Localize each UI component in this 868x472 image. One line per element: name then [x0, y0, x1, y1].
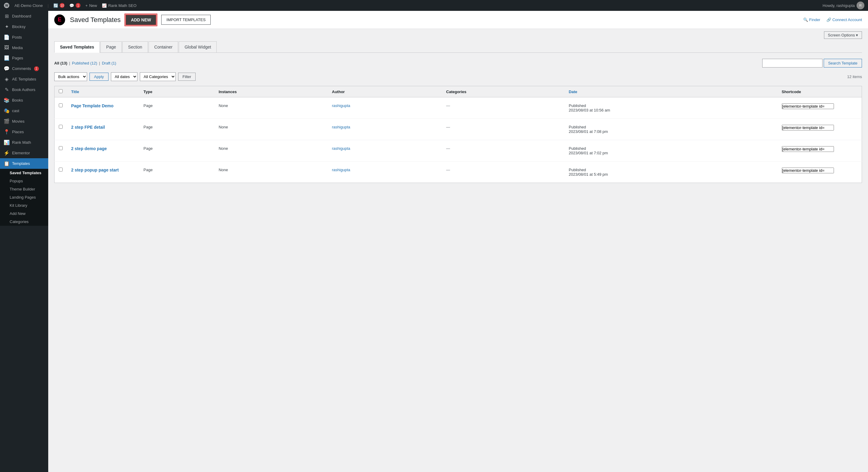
sidebar-item-elementor[interactable]: ⚡ Elementor — [0, 148, 48, 158]
search-template-button[interactable]: Search Template — [824, 59, 862, 67]
screen-options-bar: Screen Options ▾ — [48, 29, 868, 41]
shortcode-input[interactable] — [782, 146, 834, 152]
row-author-cell: rashigupta — [328, 162, 442, 183]
tab-container[interactable]: Container — [149, 41, 179, 53]
row-checkbox[interactable] — [59, 167, 63, 171]
date-status: Published — [569, 125, 773, 129]
sidebar-item-media[interactable]: 🖼 Media — [0, 42, 48, 53]
row-instances-cell: None — [214, 97, 328, 119]
row-checkbox[interactable] — [59, 146, 63, 150]
row-checkbox-cell — [55, 97, 67, 119]
dashboard-icon: ⊞ — [4, 13, 10, 19]
row-checkbox[interactable] — [59, 125, 63, 129]
updates-link[interactable]: 🔄 10 — [53, 3, 64, 8]
submenu-landing-pages[interactable]: Landing Pages — [0, 193, 48, 201]
header-right: 🔍 Finder 🔗 Connect Account — [803, 18, 862, 22]
template-title-link[interactable]: Page Template Demo — [71, 103, 114, 108]
row-title-cell: 2 step demo page — [67, 140, 139, 162]
sidebar-item-label: Books — [12, 98, 23, 102]
template-title-link[interactable]: 2 step popup page start — [71, 167, 119, 172]
th-checkbox — [55, 86, 67, 97]
row-checkbox-cell — [55, 140, 67, 162]
row-instances-cell: None — [214, 162, 328, 183]
tab-saved-templates[interactable]: Saved Templates — [54, 41, 100, 53]
top-header: E Saved Templates ADD NEW IMPORT TEMPLAT… — [48, 11, 868, 29]
tab-section[interactable]: Section — [122, 41, 148, 53]
new-link[interactable]: + New — [85, 3, 97, 8]
sidebar-item-book-authors[interactable]: ✎ Book Authors — [0, 84, 48, 95]
row-shortcode-cell — [778, 97, 862, 119]
row-checkbox[interactable] — [59, 103, 63, 107]
table-row: 2 step demo page Page None rashigupta — … — [55, 140, 862, 162]
sidebar-item-movies[interactable]: 🎬 Movies — [0, 116, 48, 127]
author-link[interactable]: rashigupta — [332, 125, 350, 129]
all-categories-select[interactable]: All Categories — [140, 72, 176, 81]
row-categories-cell: — — [442, 140, 564, 162]
screen-options-button[interactable]: Screen Options ▾ — [824, 31, 862, 39]
title-sort-link[interactable]: Title — [71, 90, 79, 94]
sidebar-item-rank-math[interactable]: 📊 Rank Math — [0, 137, 48, 148]
sidebar-item-posts[interactable]: 📄 Posts — [0, 32, 48, 42]
tab-global-widget[interactable]: Global Widget — [179, 41, 217, 53]
sidebar-item-comments[interactable]: 💬 Comments 1 — [0, 63, 48, 74]
search-template-input[interactable] — [762, 59, 823, 67]
comments-count: 1 — [76, 3, 81, 8]
template-title-link[interactable]: 2 step FPE detail — [71, 125, 105, 130]
sidebar-item-places[interactable]: 📍 Places — [0, 127, 48, 137]
author-link[interactable]: rashigupta — [332, 103, 350, 108]
main-content: E Saved Templates ADD NEW IMPORT TEMPLAT… — [48, 11, 868, 472]
status-published-link[interactable]: Published (12) — [72, 61, 97, 65]
all-dates-select[interactable]: All dates — [111, 72, 137, 81]
seo-link[interactable]: 📈 Rank Math SEO — [102, 3, 136, 8]
author-link[interactable]: rashigupta — [332, 167, 350, 172]
bulk-actions-select[interactable]: Bulk actions Delete — [54, 72, 87, 81]
submenu-popups[interactable]: Popups — [0, 177, 48, 185]
shortcode-input[interactable] — [782, 125, 834, 130]
sidebar-item-blocksy[interactable]: ✦ Blocksy — [0, 22, 48, 32]
sidebar-item-books[interactable]: 📚 Books — [0, 95, 48, 105]
select-all-checkbox[interactable] — [59, 89, 63, 93]
shortcode-input[interactable] — [782, 103, 834, 109]
templates-icon: 📋 — [4, 161, 10, 166]
sidebar-item-label: Dashboard — [12, 14, 31, 19]
avatar: R — [857, 1, 864, 9]
add-new-button[interactable]: ADD NEW — [125, 14, 156, 25]
author-link[interactable]: rashigupta — [332, 146, 350, 151]
submenu-categories[interactable]: Categories — [0, 218, 48, 226]
site-name-link[interactable]: AE-Demo Clone — [14, 3, 43, 8]
submenu-add-new[interactable]: Add New — [0, 210, 48, 218]
row-categories-cell: — — [442, 97, 564, 119]
comments-badge: 1 — [34, 66, 39, 71]
date-sort-link[interactable]: Date — [569, 90, 577, 94]
row-shortcode-cell — [778, 162, 862, 183]
status-draft-link[interactable]: Draft (1) — [102, 61, 116, 65]
template-title-link[interactable]: 2 step demo page — [71, 146, 107, 151]
tab-page[interactable]: Page — [100, 41, 122, 53]
table-row: 2 step FPE detail Page None rashigupta —… — [55, 119, 862, 140]
apply-button[interactable]: Apply — [90, 73, 108, 81]
connect-account-link[interactable]: 🔗 Connect Account — [827, 18, 862, 22]
row-title-cell: 2 step popup page start — [67, 162, 139, 183]
shortcode-input[interactable] — [782, 167, 834, 173]
new-label: New — [89, 3, 97, 8]
date-value: 2023/08/01 at 7:02 pm — [569, 151, 608, 155]
sidebar-item-templates[interactable]: 📋 Templates — [0, 158, 48, 169]
submenu-theme-builder[interactable]: Theme Builder — [0, 185, 48, 193]
finder-link[interactable]: 🔍 Finder — [803, 18, 820, 22]
sidebar-item-dashboard[interactable]: ⊞ Dashboard — [0, 11, 48, 22]
sidebar-item-ae-templates[interactable]: ◈ AE Templates — [0, 74, 48, 84]
sidebar-item-pages[interactable]: 📃 Pages — [0, 53, 48, 63]
status-all-link[interactable]: All (13) — [54, 61, 67, 65]
submenu-saved-templates[interactable]: Saved Templates — [0, 169, 48, 177]
seo-icon: 📈 — [102, 3, 107, 8]
submenu-kit-library[interactable]: Kit Library — [0, 201, 48, 210]
comments-link[interactable]: 💬 1 — [69, 3, 81, 8]
filter-button[interactable]: Filter — [178, 73, 196, 81]
import-templates-button[interactable]: IMPORT TEMPLATES — [161, 15, 211, 25]
bulk-actions-row: Bulk actions Delete Apply All dates All … — [54, 72, 862, 81]
sidebar-item-cast[interactable]: 🎭 cast — [0, 105, 48, 116]
th-shortcode: Shortcode — [778, 86, 862, 97]
wp-logo-link[interactable]: W — [4, 2, 10, 8]
date-status: Published — [569, 167, 773, 172]
date-value: 2023/08/01 at 5:49 pm — [569, 172, 608, 177]
